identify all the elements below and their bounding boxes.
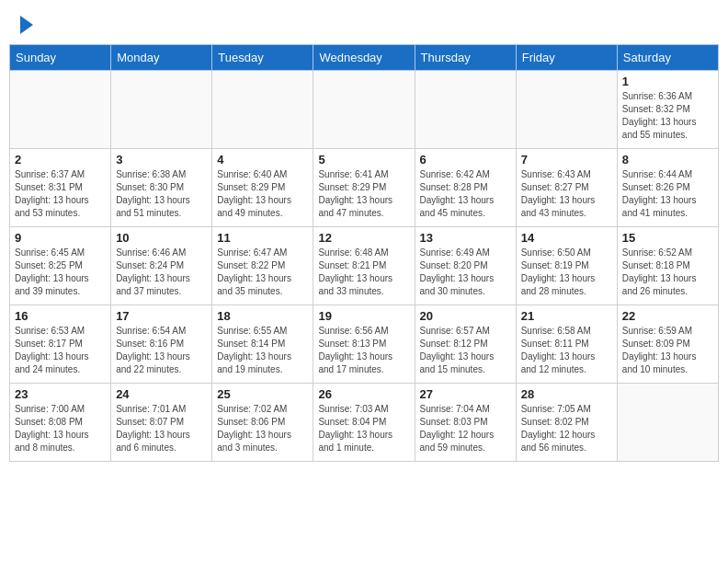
calendar-cell: 13Sunrise: 6:49 AM Sunset: 8:20 PM Dayli…: [415, 226, 516, 304]
day-info: Sunrise: 7:03 AM Sunset: 8:04 PM Dayligh…: [318, 403, 409, 454]
day-number: 19: [318, 309, 409, 323]
logo-arrow-icon: [20, 16, 33, 34]
calendar-week-row-3: 16Sunrise: 6:53 AM Sunset: 8:17 PM Dayli…: [10, 304, 719, 383]
calendar-week-row-0: 1Sunrise: 6:36 AM Sunset: 8:32 PM Daylig…: [10, 70, 719, 148]
day-info: Sunrise: 6:58 AM Sunset: 8:11 PM Dayligh…: [521, 325, 612, 376]
calendar-cell: 19Sunrise: 6:56 AM Sunset: 8:13 PM Dayli…: [313, 304, 415, 383]
calendar-cell: 17Sunrise: 6:54 AM Sunset: 8:16 PM Dayli…: [111, 304, 212, 383]
day-number: 25: [217, 387, 308, 401]
calendar-cell: 28Sunrise: 7:05 AM Sunset: 8:02 PM Dayli…: [516, 383, 617, 461]
day-info: Sunrise: 6:41 AM Sunset: 8:29 PM Dayligh…: [318, 168, 409, 220]
day-info: Sunrise: 6:44 AM Sunset: 8:26 PM Dayligh…: [622, 168, 713, 220]
calendar-cell: 24Sunrise: 7:01 AM Sunset: 8:07 PM Dayli…: [111, 383, 212, 461]
day-number: 2: [15, 153, 106, 167]
calendar-cell: 10Sunrise: 6:46 AM Sunset: 8:24 PM Dayli…: [111, 226, 212, 304]
calendar-header-monday: Monday: [111, 44, 212, 70]
day-number: 9: [15, 231, 106, 245]
day-number: 8: [622, 153, 713, 167]
day-info: Sunrise: 6:45 AM Sunset: 8:25 PM Dayligh…: [15, 247, 106, 298]
calendar-cell: 4Sunrise: 6:40 AM Sunset: 8:29 PM Daylig…: [212, 148, 313, 226]
day-info: Sunrise: 7:00 AM Sunset: 8:08 PM Dayligh…: [15, 403, 106, 454]
calendar-header-sunday: Sunday: [10, 44, 111, 70]
day-number: 17: [116, 309, 207, 323]
day-number: 26: [318, 387, 409, 401]
day-info: Sunrise: 6:38 AM Sunset: 8:30 PM Dayligh…: [116, 168, 207, 220]
day-number: 20: [420, 309, 511, 323]
calendar-cell: [516, 70, 617, 148]
calendar-cell: 3Sunrise: 6:38 AM Sunset: 8:30 PM Daylig…: [111, 148, 212, 226]
day-info: Sunrise: 6:37 AM Sunset: 8:31 PM Dayligh…: [15, 168, 106, 220]
calendar-cell: 27Sunrise: 7:04 AM Sunset: 8:03 PM Dayli…: [415, 383, 516, 461]
day-info: Sunrise: 6:59 AM Sunset: 8:09 PM Dayligh…: [622, 325, 713, 376]
calendar-cell: 2Sunrise: 6:37 AM Sunset: 8:31 PM Daylig…: [10, 148, 111, 226]
calendar-cell: [415, 70, 516, 148]
day-number: 27: [420, 387, 511, 401]
day-info: Sunrise: 6:54 AM Sunset: 8:16 PM Dayligh…: [116, 325, 207, 376]
day-info: Sunrise: 6:56 AM Sunset: 8:13 PM Dayligh…: [318, 325, 409, 376]
day-info: Sunrise: 6:50 AM Sunset: 8:19 PM Dayligh…: [521, 247, 612, 298]
calendar-cell: 1Sunrise: 6:36 AM Sunset: 8:32 PM Daylig…: [617, 70, 718, 148]
calendar-cell: [111, 70, 212, 148]
calendar-cell: 6Sunrise: 6:42 AM Sunset: 8:28 PM Daylig…: [415, 148, 516, 226]
day-info: Sunrise: 7:02 AM Sunset: 8:06 PM Dayligh…: [217, 403, 308, 454]
calendar-cell: 21Sunrise: 6:58 AM Sunset: 8:11 PM Dayli…: [516, 304, 617, 383]
day-info: Sunrise: 7:04 AM Sunset: 8:03 PM Dayligh…: [420, 403, 511, 454]
day-number: 15: [622, 231, 713, 245]
calendar-header-row: SundayMondayTuesdayWednesdayThursdayFrid…: [10, 44, 719, 70]
calendar-cell: [10, 70, 111, 148]
calendar-cell: 7Sunrise: 6:43 AM Sunset: 8:27 PM Daylig…: [516, 148, 617, 226]
day-info: Sunrise: 7:01 AM Sunset: 8:07 PM Dayligh…: [116, 403, 207, 454]
day-number: 24: [116, 387, 207, 401]
day-info: Sunrise: 6:47 AM Sunset: 8:22 PM Dayligh…: [217, 247, 308, 298]
day-number: 16: [15, 309, 106, 323]
day-number: 12: [318, 231, 409, 245]
day-number: 28: [521, 387, 612, 401]
calendar-cell: 18Sunrise: 6:55 AM Sunset: 8:14 PM Dayli…: [212, 304, 313, 383]
day-number: 13: [420, 231, 511, 245]
calendar-header-wednesday: Wednesday: [313, 44, 415, 70]
day-number: 1: [622, 75, 713, 88]
day-info: Sunrise: 6:57 AM Sunset: 8:12 PM Dayligh…: [420, 325, 511, 376]
day-number: 6: [420, 153, 511, 167]
calendar-header-thursday: Thursday: [415, 44, 516, 70]
day-info: Sunrise: 6:49 AM Sunset: 8:20 PM Dayligh…: [420, 247, 511, 298]
calendar-cell: 25Sunrise: 7:02 AM Sunset: 8:06 PM Dayli…: [212, 383, 313, 461]
calendar-cell: 14Sunrise: 6:50 AM Sunset: 8:19 PM Dayli…: [516, 226, 617, 304]
calendar-cell: [617, 383, 718, 461]
day-number: 4: [217, 153, 308, 167]
calendar-table: SundayMondayTuesdayWednesdayThursdayFrid…: [9, 44, 719, 462]
calendar-cell: 5Sunrise: 6:41 AM Sunset: 8:29 PM Daylig…: [313, 148, 415, 226]
day-number: 3: [116, 153, 207, 167]
calendar-cell: 22Sunrise: 6:59 AM Sunset: 8:09 PM Dayli…: [617, 304, 718, 383]
calendar-cell: 12Sunrise: 6:48 AM Sunset: 8:21 PM Dayli…: [313, 226, 415, 304]
day-number: 22: [622, 309, 713, 323]
day-number: 7: [521, 153, 612, 167]
day-info: Sunrise: 6:36 AM Sunset: 8:32 PM Dayligh…: [622, 90, 713, 142]
calendar-cell: 20Sunrise: 6:57 AM Sunset: 8:12 PM Dayli…: [415, 304, 516, 383]
day-info: Sunrise: 7:05 AM Sunset: 8:02 PM Dayligh…: [521, 403, 612, 454]
day-number: 10: [116, 231, 207, 245]
day-number: 18: [217, 309, 308, 323]
day-info: Sunrise: 6:55 AM Sunset: 8:14 PM Dayligh…: [217, 325, 308, 376]
day-number: 14: [521, 231, 612, 245]
day-info: Sunrise: 6:46 AM Sunset: 8:24 PM Dayligh…: [116, 247, 207, 298]
day-info: Sunrise: 6:53 AM Sunset: 8:17 PM Dayligh…: [15, 325, 106, 376]
day-number: 23: [15, 387, 106, 401]
calendar-cell: 26Sunrise: 7:03 AM Sunset: 8:04 PM Dayli…: [313, 383, 415, 461]
calendar-week-row-4: 23Sunrise: 7:00 AM Sunset: 8:08 PM Dayli…: [10, 383, 719, 461]
calendar-cell: 16Sunrise: 6:53 AM Sunset: 8:17 PM Dayli…: [10, 304, 111, 383]
day-number: 21: [521, 309, 612, 323]
calendar-header-tuesday: Tuesday: [212, 44, 313, 70]
day-number: 5: [318, 153, 409, 167]
day-info: Sunrise: 6:42 AM Sunset: 8:28 PM Dayligh…: [420, 168, 511, 220]
calendar-header-saturday: Saturday: [617, 44, 718, 70]
day-info: Sunrise: 6:52 AM Sunset: 8:18 PM Dayligh…: [622, 247, 713, 298]
calendar-cell: 11Sunrise: 6:47 AM Sunset: 8:22 PM Dayli…: [212, 226, 313, 304]
logo: [18, 17, 33, 35]
calendar-cell: [212, 70, 313, 148]
calendar-week-row-1: 2Sunrise: 6:37 AM Sunset: 8:31 PM Daylig…: [10, 148, 719, 226]
calendar-cell: 8Sunrise: 6:44 AM Sunset: 8:26 PM Daylig…: [617, 148, 718, 226]
day-number: 11: [217, 231, 308, 245]
page-header: [9, 9, 719, 40]
calendar-cell: [313, 70, 415, 148]
